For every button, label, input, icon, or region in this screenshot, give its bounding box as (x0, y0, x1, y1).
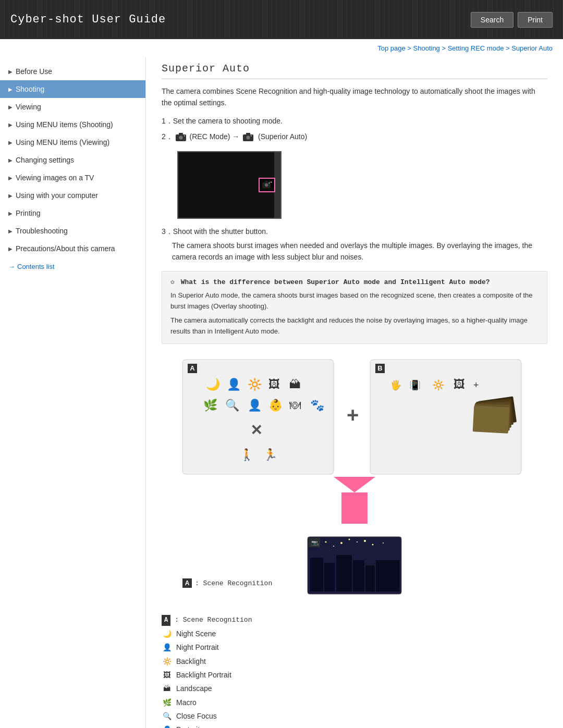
arrow-icon: ▶ (8, 193, 13, 199)
diagram-svg: A 🌙 👤 🔆 🖼 🏔 🌿 🔍 👤 � (177, 354, 532, 604)
sidebar-item-using-computer[interactable]: ▶ Using with your computer (0, 187, 145, 204)
arrow-icon: ▶ (8, 246, 13, 252)
svg-text:🖐: 🖐 (390, 379, 402, 391)
breadcrumb-top[interactable]: Top page (377, 44, 406, 52)
sidebar-item-precautions[interactable]: ▶ Precautions/About this camera (0, 240, 145, 257)
step-1: 1．Set the camera to shooting mode. (162, 115, 547, 127)
breadcrumb-shooting[interactable]: Shooting (413, 44, 440, 52)
svg-text:🏔: 🏔 (289, 378, 301, 391)
superior-auto-icon: i + (242, 132, 255, 142)
night-portrait-icon: 👤 (162, 643, 172, 652)
scene-backlight-portrait: 🖼 Backlight Portrait (162, 669, 547, 681)
svg-text:: Scene Recognition: : Scene Recognition (195, 579, 272, 587)
svg-point-59 (383, 542, 384, 544)
scene-recognition-list: A : Scene Recognition 🌙 Night Scene 👤 Ni… (162, 615, 547, 728)
sidebar-item-printing[interactable]: ▶ Printing (0, 204, 145, 222)
svg-rect-63 (353, 560, 364, 591)
svg-rect-60 (310, 558, 323, 591)
breadcrumb: Top page > Shooting > Setting REC mode >… (0, 39, 563, 57)
arrow-icon: ▶ (8, 140, 13, 145)
app-title: Cyber-shot User Guide (10, 13, 166, 26)
sidebar-item-shooting[interactable]: ▶ Shooting (0, 80, 145, 98)
breadcrumb-setting-rec[interactable]: Setting REC mode (448, 44, 504, 52)
svg-rect-61 (324, 563, 335, 591)
svg-text:🐾: 🐾 (310, 398, 325, 412)
header-buttons: Search Print (471, 12, 553, 28)
svg-text:🔆: 🔆 (248, 377, 262, 391)
svg-text:A: A (185, 579, 190, 587)
svg-rect-62 (336, 555, 352, 591)
svg-point-58 (372, 544, 374, 545)
step-3-desc: The camera shoots burst images when need… (172, 240, 547, 263)
svg-text:🔆: 🔆 (433, 379, 445, 391)
sidebar-item-using-menu-shooting[interactable]: ▶ Using MENU items (Shooting) (0, 116, 145, 133)
svg-point-55 (349, 538, 350, 540)
rec-mode-icon: i (175, 132, 187, 142)
night-scene-icon: 🌙 (162, 629, 172, 638)
svg-text:👤: 👤 (227, 377, 241, 391)
tip-text-1: In Superior Auto mode, the camera shoots… (170, 290, 538, 312)
svg-text:B: B (377, 364, 382, 372)
arrow-icon: ▶ (8, 157, 13, 163)
camera-badge: i + (259, 178, 275, 192)
arrow-icon: ▶ (8, 228, 13, 234)
svg-text:📷: 📷 (311, 539, 318, 546)
svg-point-54 (340, 542, 342, 544)
svg-point-2 (179, 136, 182, 139)
scene-a-label: A (162, 615, 170, 626)
sidebar-item-troubleshooting[interactable]: ▶ Troubleshooting (0, 222, 145, 240)
svg-text:🖼: 🖼 (268, 378, 280, 391)
sidebar-item-before-use[interactable]: ▶ Before Use (0, 63, 145, 80)
portrait-icon: 👤 (162, 725, 172, 728)
scene-label-header: A : Scene Recognition (162, 615, 547, 626)
page-title: Superior Auto (162, 63, 547, 79)
print-button[interactable]: Print (518, 12, 553, 28)
svg-text:🌿: 🌿 (203, 398, 218, 412)
svg-rect-47 (473, 405, 510, 433)
backlight-icon: 🔆 (162, 657, 172, 666)
arrow-icon: ▶ (8, 104, 13, 110)
svg-rect-64 (365, 565, 375, 591)
arrow-icon: ▶ (8, 87, 13, 92)
svg-point-7 (247, 136, 250, 139)
scene-night: 🌙 Night Scene (162, 628, 547, 639)
svg-rect-17 (182, 360, 334, 474)
svg-text:+: + (473, 380, 479, 390)
svg-text:🌙: 🌙 (206, 377, 221, 391)
steps-list: 1．Set the camera to shooting mode. 2． i … (162, 115, 547, 143)
svg-text:🚶: 🚶 (240, 448, 254, 462)
svg-text:✕: ✕ (250, 422, 262, 438)
svg-rect-14 (265, 181, 268, 182)
diagram-area: A 🌙 👤 🔆 🖼 🏔 🌿 🔍 👤 � (162, 354, 547, 604)
scene-close-focus: 🔍 Close Focus (162, 710, 547, 722)
close-focus-icon: 🔍 (162, 711, 172, 721)
svg-rect-8 (246, 133, 250, 134)
sidebar-item-changing-settings[interactable]: ▶ Changing settings (0, 151, 145, 169)
sidebar-item-viewing[interactable]: ▶ Viewing (0, 98, 145, 116)
sidebar: ▶ Before Use ▶ Shooting ▶ Viewing ▶ Usin… (0, 57, 146, 728)
search-button[interactable]: Search (471, 12, 513, 28)
contents-list-link[interactable]: → Contents list (0, 257, 145, 276)
page-layout: ▶ Before Use ▶ Shooting ▶ Viewing ▶ Usin… (0, 57, 563, 728)
badge-camera-icon: i + (262, 181, 272, 189)
sidebar-item-using-menu-viewing[interactable]: ▶ Using MENU items (Viewing) (0, 133, 145, 151)
svg-text:+: + (347, 403, 359, 426)
svg-text:👶: 👶 (268, 398, 283, 412)
svg-text:+: + (270, 181, 272, 183)
svg-rect-65 (376, 560, 399, 591)
arrow-icon: ▶ (8, 175, 13, 181)
svg-text:📳: 📳 (409, 379, 421, 391)
camera-screenshot: i + (177, 151, 282, 219)
backlight-portrait-icon: 🖼 (162, 670, 172, 680)
sidebar-item-viewing-tv[interactable]: ▶ Viewing images on a TV (0, 169, 145, 187)
scene-night-portrait: 👤 Night Portrait (162, 641, 547, 653)
arrow-icon: ▶ (8, 122, 13, 128)
svg-text:🖼: 🖼 (454, 378, 465, 391)
breadcrumb-superior-auto[interactable]: Superior Auto (511, 44, 553, 52)
svg-rect-3 (179, 133, 183, 134)
svg-rect-49 (341, 492, 368, 524)
step-2: 2． i (REC Mode) → (162, 131, 547, 142)
macro-icon: 🌿 (162, 698, 172, 707)
step-3: 3．Shoot with the shutter button. (162, 227, 547, 237)
svg-point-56 (357, 541, 358, 542)
